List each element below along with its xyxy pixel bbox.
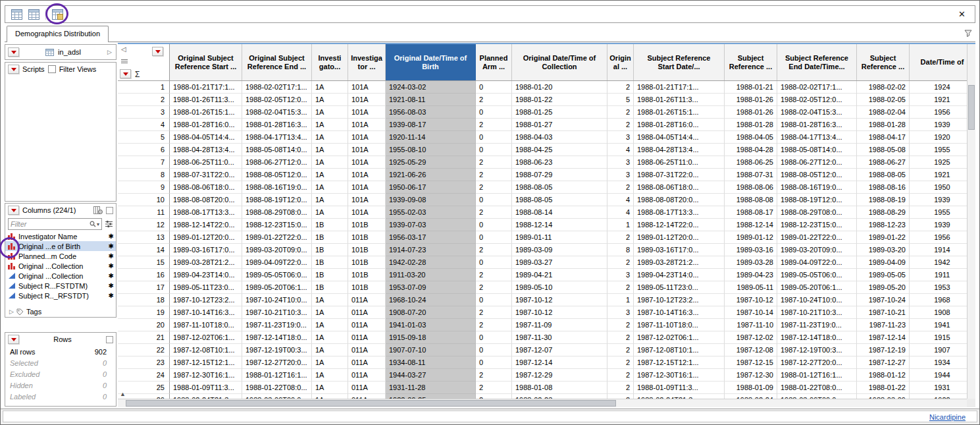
table-cell[interactable]: 1988-01-25 — [512, 106, 607, 119]
table-cell[interactable]: 2 — [607, 344, 634, 356]
row-number-cell[interactable]: 1 — [118, 81, 170, 94]
table-cell[interactable]: 1953 — [910, 281, 967, 294]
table-cell[interactable]: 1989-04-09 — [857, 256, 910, 269]
row-number-cell[interactable]: 16 — [118, 269, 170, 281]
table-cell[interactable]: 4 — [607, 206, 634, 219]
table-cell[interactable]: 101A — [348, 156, 386, 169]
table-cell[interactable]: 1988-08-17T13:3... — [634, 206, 725, 219]
table-cell[interactable]: 1987-12-02T06:1... — [634, 331, 725, 344]
table-cell[interactable]: 101A — [348, 81, 386, 94]
column-header[interactable]: Original Subject Reference End ... — [242, 44, 312, 80]
table-cell[interactable]: 1A — [312, 131, 348, 144]
table-cell[interactable]: 1924 — [910, 81, 967, 94]
table-cell[interactable]: 1988-04-17T13:4... — [777, 131, 857, 144]
table-cell[interactable]: 2 — [476, 306, 512, 319]
table-cell[interactable]: 1A — [312, 369, 348, 382]
table-cell[interactable]: 1942 — [910, 256, 967, 269]
filter-views-checkbox[interactable] — [48, 65, 56, 73]
table-cell[interactable]: 101A — [348, 106, 386, 119]
columns-filter-field[interactable] — [11, 220, 90, 228]
table-cell[interactable]: 2 — [607, 331, 634, 344]
table-cell[interactable]: 1953-07-09 — [386, 281, 476, 294]
table-cell[interactable]: 1988-03-09T00:0... — [242, 394, 312, 399]
table-cell[interactable]: 1988-06-23 — [512, 156, 607, 169]
table-cell[interactable]: 1907-07-10 — [386, 344, 476, 356]
table-cell[interactable]: 1988-08-05 — [857, 169, 910, 181]
column-list-item[interactable]: Original ...Collection✱ — [5, 261, 116, 271]
table-cell[interactable]: 1B — [312, 219, 348, 231]
table-cell[interactable]: 1987-12-14 — [512, 356, 607, 369]
table-cell[interactable]: 1988-02-24 — [725, 394, 777, 399]
row-number-cell[interactable]: 17 — [118, 281, 170, 294]
row-number-cell[interactable]: 10 — [118, 194, 170, 206]
table-cell[interactable]: 1987-11-23 — [857, 319, 910, 331]
table-cell[interactable]: 1987-10-14T16:3... — [170, 306, 242, 319]
table-cell[interactable]: 1987-12-14 — [857, 331, 910, 344]
columns-menu-button[interactable] — [8, 206, 19, 215]
table-cell[interactable]: 1939-09-08 — [386, 194, 476, 206]
table-cell[interactable]: 1988-04-17 — [857, 131, 910, 144]
table-cell[interactable]: 1988-01-09T11:3... — [170, 382, 242, 394]
table-cell[interactable]: 2 — [607, 356, 634, 369]
table-cell[interactable]: 1988-01-12T16:1... — [777, 369, 857, 382]
collapse-columns-panel-icon[interactable] — [106, 207, 113, 214]
table-cell[interactable]: 1987-10-24T10:0... — [777, 294, 857, 306]
table-cell[interactable]: 101A — [348, 206, 386, 219]
table-cell[interactable]: 2 — [607, 281, 634, 294]
table-cell[interactable]: 1907 — [910, 344, 967, 356]
table-cell[interactable]: 1987-12-14T18:0... — [777, 331, 857, 344]
advanced-filter-icon[interactable] — [105, 220, 113, 228]
expand-table-panel-icon[interactable]: ▷ — [107, 49, 112, 55]
column-list-item[interactable]: Original ...Collection✱ — [5, 271, 116, 281]
table-cell[interactable]: 2 — [476, 382, 512, 394]
column-header[interactable]: Original Date/Time of Birth — [386, 44, 476, 80]
table-cell[interactable]: 2 — [607, 394, 634, 399]
table-cell[interactable]: 1925 — [910, 156, 967, 169]
table-cell[interactable]: 1911 — [910, 269, 967, 281]
table-cell[interactable]: 1956 — [910, 106, 967, 119]
table-cell[interactable]: 3 — [607, 306, 634, 319]
table-cell[interactable]: 101A — [348, 131, 386, 144]
table-cell[interactable]: 1 — [607, 294, 634, 306]
table-cell[interactable]: 1989-03-27 — [512, 256, 607, 269]
row-number-cell[interactable]: 11 — [118, 206, 170, 219]
row-number-cell[interactable]: 18 — [118, 294, 170, 306]
table-cell[interactable]: 1955 — [910, 144, 967, 156]
table-cell[interactable]: 1989-05-05T06:0... — [777, 269, 857, 281]
table-cell[interactable]: 1988-08-19 — [857, 194, 910, 206]
table-cell[interactable]: 1941 — [910, 319, 967, 331]
table-cell[interactable]: 1A — [312, 306, 348, 319]
table-cell[interactable]: 101A — [348, 144, 386, 156]
table-cell[interactable]: 1987-11-09 — [512, 319, 607, 331]
vertical-scrollbar-thumb[interactable] — [968, 85, 975, 130]
table-cell[interactable]: 1988-01-12T16:1... — [242, 369, 312, 382]
table-cell[interactable]: 1988-01-26T11:3... — [170, 94, 242, 106]
table-cell[interactable]: 1950 — [910, 181, 967, 194]
row-number-cell[interactable]: 22 — [118, 344, 170, 356]
table-cell[interactable]: 2 — [476, 319, 512, 331]
table-cell[interactable]: 1908-07-20 — [386, 306, 476, 319]
table-cell[interactable]: 101A — [348, 169, 386, 181]
table-cell[interactable]: 1915-09-18 — [386, 331, 476, 344]
table-cell[interactable]: 0 — [476, 344, 512, 356]
table-cell[interactable]: 1934-08-11 — [386, 356, 476, 369]
table-cell[interactable]: 1988-01-26 — [725, 94, 777, 106]
table-cell[interactable]: 1988-01-26T11:3... — [634, 94, 725, 106]
column-header[interactable]: Investiga tor ... — [348, 44, 386, 80]
table-cell[interactable]: 1988-01-27 — [512, 119, 607, 131]
collapse-rows-panel-icon[interactable] — [106, 336, 113, 343]
table-cell[interactable]: 1908 — [910, 306, 967, 319]
table-cell[interactable]: 101B — [348, 269, 386, 281]
manage-columns-icon[interactable] — [93, 206, 103, 214]
row-number-cell[interactable]: 13 — [118, 231, 170, 244]
table-cell[interactable]: 1956-08-03 — [386, 106, 476, 119]
column-list-item[interactable]: Subject R.._RFSTDT)✱ — [5, 291, 116, 300]
table-cell[interactable]: 1987-10-12 — [725, 294, 777, 306]
table-cell[interactable]: 1988-02-05T12:0... — [242, 94, 312, 106]
table-cell[interactable]: 1987-12-29 — [512, 369, 607, 382]
sum-icon[interactable]: Σ — [135, 70, 140, 79]
column-header[interactable]: Subject Reference ... — [857, 44, 910, 80]
table-cell[interactable]: 1988-08-05T12:0... — [242, 169, 312, 181]
table-cell[interactable]: 1989-05-11T23:0... — [634, 281, 725, 294]
table-cell[interactable]: 1988-01-21 — [725, 81, 777, 94]
